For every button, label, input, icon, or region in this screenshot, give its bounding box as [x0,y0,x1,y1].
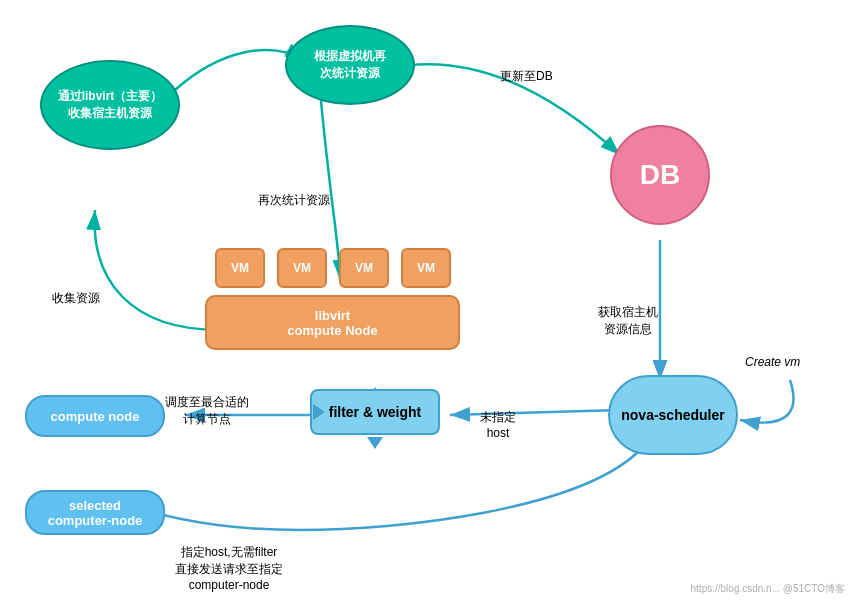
get-host-info-label: 获取宿主机 资源信息 [598,290,658,338]
recalculate-label: 再次统计资源 [258,192,330,209]
selected-node-label: selected computer-node [48,498,143,528]
vm-box-1: VM [215,248,265,288]
filter-right-arrow [313,404,325,420]
filter-down-arrow [367,437,383,449]
libvirt-compute-node: libvirt compute Node [205,295,460,350]
no-host-label: 未指定 host [480,395,516,440]
db-label: DB [640,159,680,191]
nova-scheduler-node: nova-scheduler [608,375,738,455]
filter-weight-label: filter & weight [329,404,422,420]
collect-resource-node: 通过libvirt（主要） 收集宿主机资源 [40,60,180,150]
watermark: https://blog.csdn.n... @51CTO博客 [691,582,845,596]
diagram: 通过libvirt（主要） 收集宿主机资源 根据虚拟机再 次统计资源 DB VM… [0,0,853,604]
create-vm-label: Create vm [745,355,800,369]
schedule-to-best-label: 调度至最合适的 计算节点 [165,380,249,428]
recalculate-vm-node: 根据虚拟机再 次统计资源 [285,25,415,105]
filter-weight-box: filter & weight [310,389,440,435]
libvirt-compute-label: libvirt compute Node [287,308,377,338]
vm-box-4: VM [401,248,451,288]
selected-node-box: selected computer-node [25,490,165,535]
vm-box-3: VM [339,248,389,288]
compute-node-label: compute node [51,409,140,424]
nova-scheduler-label: nova-scheduler [621,407,724,423]
collect-resource-label: 通过libvirt（主要） 收集宿主机资源 [58,88,163,122]
recalculate-vm-label: 根据虚拟机再 次统计资源 [314,48,386,82]
vm-box-2: VM [277,248,327,288]
collect-label: 收集资源 [52,290,100,307]
db-node: DB [610,125,710,225]
specify-host-label: 指定host,无需filter 直接发送请求至指定 computer-node [175,530,283,592]
compute-node-box: compute node [25,395,165,437]
update-db-label: 更新至DB [500,68,553,85]
